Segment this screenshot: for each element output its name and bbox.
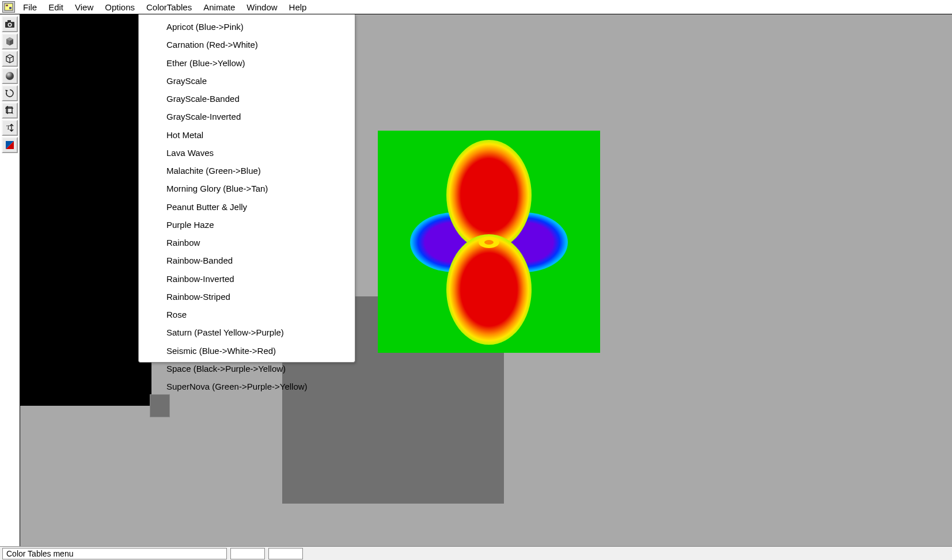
colortable-option[interactable]: Hot Metal (139, 126, 355, 144)
colortable-option[interactable]: Ether (Blue->Yellow) (139, 54, 355, 72)
tool-camera[interactable] (2, 16, 18, 32)
colortable-option[interactable]: Morning Glory (Blue->Tan) (139, 180, 355, 197)
status-field-2 (268, 548, 303, 559)
menubar: File Edit View Options ColorTables Anima… (0, 0, 952, 14)
colortable-option[interactable]: GrayScale-Inverted (139, 108, 355, 125)
svg-point-26 (484, 240, 494, 245)
colortable-option[interactable]: Rainbow-Inverted (139, 270, 355, 288)
svg-rect-4 (7, 20, 11, 22)
colortable-option[interactable]: Seismic (Blue->White->Red) (139, 342, 355, 360)
sphere-icon (4, 70, 16, 82)
tool-crop[interactable] (2, 102, 18, 119)
text-arrows-icon: T (4, 122, 16, 134)
black-panel (20, 14, 151, 406)
colortable-option[interactable]: Apricot (Blue->Pink) (139, 18, 355, 36)
colortable-option[interactable]: Rainbow-Banded (139, 252, 355, 269)
colortable-option[interactable]: Malachite (Green->Blue) (139, 162, 355, 180)
menu-view[interactable]: View (69, 1, 99, 13)
colortable-option[interactable]: GrayScale-Banded (139, 90, 355, 108)
rotate-icon (4, 87, 16, 99)
cube-solid-icon (4, 36, 16, 47)
colortable-option[interactable]: Carnation (Red->White) (139, 36, 355, 54)
tool-gradient[interactable] (2, 137, 18, 153)
menu-help[interactable]: Help (283, 1, 313, 13)
tool-sphere[interactable] (2, 68, 18, 84)
scalar-field-plot (378, 131, 600, 353)
colortable-option[interactable]: Rainbow-Striped (139, 288, 355, 306)
colortable-option[interactable]: Lava Waves (139, 144, 355, 162)
svg-marker-12 (5, 90, 8, 92)
svg-point-24 (446, 234, 532, 345)
menu-edit[interactable]: Edit (43, 1, 69, 13)
colortable-option[interactable]: Rainbow (139, 234, 355, 252)
svg-rect-2 (9, 7, 12, 9)
svg-rect-1 (6, 5, 8, 6)
toolbar: T (0, 14, 20, 546)
colortable-option[interactable]: Rose (139, 306, 355, 323)
gradient-icon (4, 139, 16, 151)
crop-icon (4, 105, 16, 116)
tool-cube-wire[interactable] (2, 51, 18, 67)
status-text: Color Tables menu (2, 548, 227, 559)
camera-icon (4, 18, 16, 30)
small-grey-panel (150, 394, 170, 417)
tool-rotate[interactable] (2, 85, 18, 101)
colortable-option[interactable]: GrayScale (139, 72, 355, 90)
colortable-option[interactable]: SuperNova (Green->Purple->Yellow) (139, 378, 355, 395)
statusbar: Color Tables menu (0, 546, 952, 560)
svg-point-11 (6, 72, 14, 80)
svg-point-6 (9, 24, 11, 26)
colortable-option[interactable]: Space (Black->Purple->Yellow) (139, 360, 355, 378)
menu-file[interactable]: File (17, 1, 43, 13)
menu-animate[interactable]: Animate (198, 1, 241, 13)
status-field-1 (230, 548, 265, 559)
colortable-option[interactable]: Saturn (Pastel Yellow->Purple) (139, 323, 355, 341)
workspace: T (0, 14, 952, 546)
colortable-option[interactable]: Peanut Butter & Jelly (139, 198, 355, 216)
tool-cube-solid[interactable] (2, 33, 18, 49)
app-icon (2, 1, 15, 13)
menu-options[interactable]: Options (99, 1, 141, 13)
canvas-area: Apricot (Blue->Pink) Carnation (Red->Whi… (20, 14, 952, 546)
menu-colortables[interactable]: ColorTables (141, 1, 198, 13)
svg-marker-16 (11, 112, 13, 114)
menu-window[interactable]: Window (241, 1, 283, 13)
cube-wire-icon (4, 53, 16, 64)
svg-point-23 (446, 140, 532, 250)
visualization-window[interactable] (378, 131, 600, 353)
tool-text-arrows[interactable]: T (2, 120, 18, 136)
colortable-option[interactable]: Purple Haze (139, 216, 355, 234)
colortables-dropdown: Apricot (Blue->Pink) Carnation (Red->Whi… (138, 14, 355, 363)
